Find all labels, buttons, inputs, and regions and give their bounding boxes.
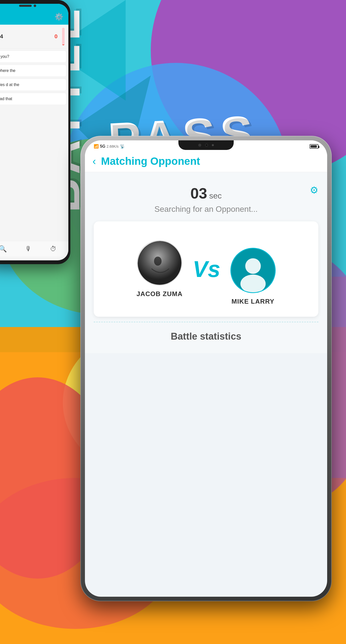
battle-stats-title: Battle statistics	[94, 331, 318, 342]
player1-name: JACOB ZUMA	[136, 290, 182, 298]
speed-indicator: 2.68K/s	[107, 144, 118, 148]
search-icon[interactable]: 🔍	[0, 245, 7, 253]
network-type: 5G	[100, 144, 105, 149]
question-item-4: e road that	[0, 93, 66, 105]
question-item-1: ows you?	[0, 51, 66, 63]
left-phone: 🔖 ⚙️ 🏆 4 0 ows you?	[0, 0, 70, 264]
score-value: 0	[55, 33, 58, 40]
player2-card: MIKE LARRY	[230, 248, 276, 305]
score-count: 4	[0, 33, 3, 40]
svg-point-18	[240, 274, 266, 293]
player2-name: MIKE LARRY	[231, 298, 274, 305]
player2-avatar	[230, 248, 276, 293]
dashed-separator	[94, 322, 318, 322]
timer-unit: sec	[209, 191, 222, 200]
vs-section: JACOB ZUMA Vs	[94, 221, 318, 317]
svg-point-17	[245, 258, 261, 274]
back-button[interactable]: ‹	[92, 156, 96, 167]
wifi-icon: 📡	[120, 144, 125, 149]
player1-card: JACOB ZUMA	[136, 240, 182, 298]
player1-avatar	[137, 240, 182, 286]
battle-stats-section: Battle statistics	[94, 327, 318, 346]
vs-badge: Vs	[193, 258, 220, 280]
status-bar-left: 📶 5G 2.68K/s 📡	[94, 144, 125, 149]
app-title: Matching Opponent	[101, 155, 200, 167]
status-bar-right	[310, 144, 318, 149]
timer-section: 03 sec Searching for an Opponent... ⚙	[94, 180, 318, 216]
searching-text: Searching for an Opponent...	[94, 205, 318, 214]
question-item-3: ehicles d at the	[0, 79, 66, 91]
bookmark-icon[interactable]: 🔖	[0, 13, 1, 21]
settings-icon-left[interactable]: ⚙️	[55, 13, 63, 21]
mic-icon[interactable]: 🎙	[25, 245, 32, 253]
right-phone: 📶 5G 2.68K/s 📡 ‹ M	[80, 136, 332, 601]
left-phone-body: 🔖 ⚙️ 🏆 4 0 ows you?	[0, 0, 70, 264]
question-item-2: nd where the	[0, 65, 66, 77]
left-phone-screen: 🔖 ⚙️ 🏆 4 0 ows you?	[0, 4, 68, 260]
timer-value: 03	[190, 185, 207, 202]
settings-icon-right[interactable]: ⚙	[310, 185, 318, 196]
right-phone-screen: 📶 5G 2.68K/s 📡 ‹ M	[85, 140, 327, 597]
signal-icon: 📶	[94, 144, 99, 149]
right-phone-body: 📶 5G 2.68K/s 📡 ‹ M	[80, 136, 332, 601]
timer-icon[interactable]: ⏱	[50, 245, 57, 253]
svg-point-15	[154, 257, 162, 266]
